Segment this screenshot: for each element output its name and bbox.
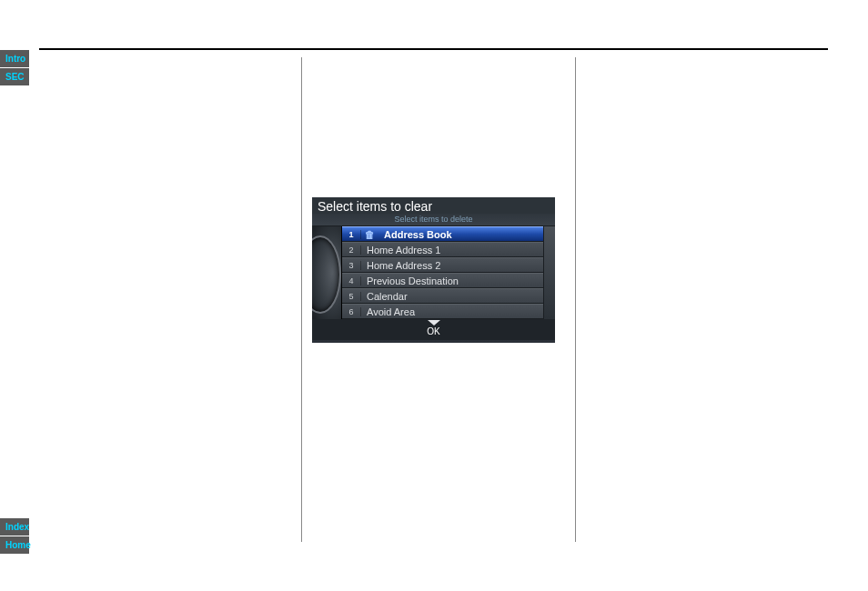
nav-item-previous-destination[interactable]: 4 Previous Destination	[342, 273, 543, 288]
nav-item-calendar[interactable]: 5 Calendar	[342, 288, 543, 304]
nav-item-label: Calendar	[361, 291, 543, 302]
nav-item-label: Address Book	[378, 229, 543, 240]
nav-footer: OK	[312, 319, 555, 340]
nav-item-address-book[interactable]: 1 🗑 Address Book	[342, 226, 543, 242]
nav-item-number: 6	[342, 307, 361, 316]
chevron-down-icon[interactable]	[428, 320, 440, 326]
nav-title: Select items to clear	[312, 197, 555, 214]
tab-index[interactable]: Index	[0, 518, 29, 536]
nav-item-label: Previous Destination	[361, 275, 543, 286]
nav-item-number: 3	[342, 261, 361, 270]
nav-item-home-address-2[interactable]: 3 Home Address 2	[342, 257, 543, 273]
nav-subtitle: Select items to delete	[312, 214, 555, 226]
nav-item-number: 2	[342, 245, 361, 255]
tab-home[interactable]: Home	[0, 536, 29, 554]
tab-intro[interactable]: Intro	[0, 50, 29, 67]
tab-sec[interactable]: SEC	[0, 68, 29, 85]
nav-item-avoid-area[interactable]: 6 Avoid Area	[342, 304, 543, 319]
horizontal-rule	[39, 48, 828, 50]
trash-icon: 🗑	[361, 229, 378, 240]
nav-item-number: 5	[342, 292, 361, 301]
rotary-dial-icon	[312, 226, 342, 319]
nav-item-label: Avoid Area	[361, 306, 543, 317]
side-tabs: Intro SEC	[0, 50, 29, 85]
nav-item-number: 1	[342, 230, 361, 239]
nav-item-label: Home Address 2	[361, 260, 543, 271]
ok-label[interactable]: OK	[427, 326, 439, 336]
nav-item-home-address-1[interactable]: 2 Home Address 1	[342, 242, 543, 257]
bottom-tabs: Index Home	[0, 518, 29, 554]
nav-item-number: 4	[342, 276, 361, 285]
nav-list: 1 🗑 Address Book 2 Home Address 1 3 Home…	[342, 226, 543, 319]
nav-screenshot: Select items to clear Select items to de…	[312, 197, 555, 343]
nav-body: 1 🗑 Address Book 2 Home Address 1 3 Home…	[312, 226, 555, 319]
scrollbar[interactable]	[543, 226, 555, 319]
nav-item-label: Home Address 1	[361, 245, 543, 255]
